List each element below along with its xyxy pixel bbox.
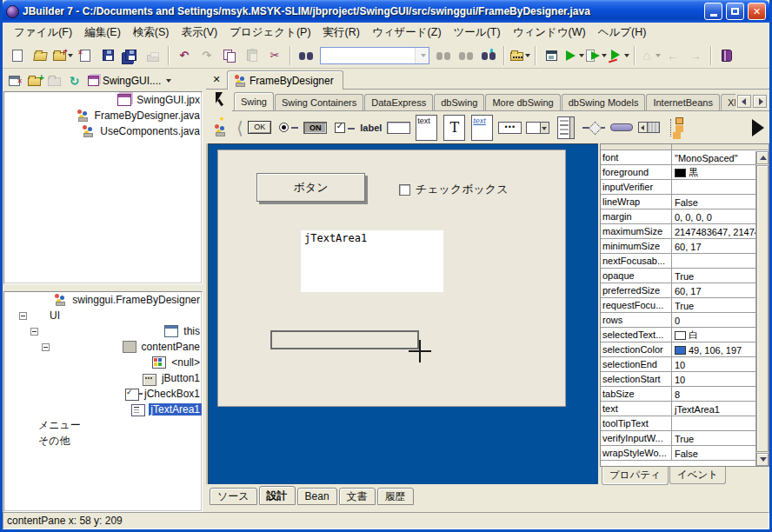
forward-button[interactable] bbox=[685, 45, 706, 66]
palette-item-jtextfield[interactable] bbox=[385, 113, 413, 143]
help-button[interactable] bbox=[716, 45, 737, 66]
close-project-button[interactable] bbox=[5, 71, 23, 90]
property-value[interactable]: 10 bbox=[672, 357, 769, 371]
property-value[interactable]: 0 bbox=[672, 313, 769, 327]
name-column-header[interactable] bbox=[601, 144, 672, 150]
maximize-button[interactable] bbox=[726, 3, 744, 20]
search-combo-input[interactable] bbox=[321, 49, 415, 63]
choose-bean-button[interactable] bbox=[213, 124, 226, 140]
property-value[interactable]: 49, 106, 197 bbox=[672, 342, 769, 356]
menu-item[interactable]: ファイル(F) bbox=[8, 23, 78, 42]
selection-tool-icon[interactable] bbox=[213, 92, 225, 106]
property-value[interactable]: True bbox=[672, 269, 769, 283]
palette-tab[interactable]: DataExpress bbox=[364, 94, 433, 110]
search-in-path-button[interactable] bbox=[478, 45, 499, 66]
palette-tab[interactable]: More dbSwing bbox=[485, 94, 560, 110]
designed-jbutton1[interactable]: ボタン bbox=[256, 173, 365, 202]
property-value[interactable]: True bbox=[672, 431, 769, 445]
property-value[interactable] bbox=[672, 416, 769, 430]
back-button[interactable] bbox=[662, 45, 683, 66]
property-value[interactable]: 8 bbox=[672, 387, 769, 401]
palette-tab[interactable]: dbSwing bbox=[434, 94, 484, 110]
tree-item[interactable]: UI bbox=[4, 308, 202, 323]
property-value[interactable]: 黒 bbox=[672, 165, 769, 179]
design-canvas[interactable]: ボタン チェックボックス jTextArea1 bbox=[206, 143, 598, 484]
expander-icon[interactable] bbox=[19, 312, 27, 320]
menu-item[interactable]: ツール(T) bbox=[448, 23, 507, 42]
scrollbar-thumb[interactable] bbox=[756, 165, 769, 452]
palette-item-jslider[interactable] bbox=[580, 113, 608, 143]
view-tab[interactable]: 設計 bbox=[259, 486, 296, 505]
tree-item[interactable]: contentPane bbox=[4, 339, 202, 355]
palette-tab[interactable]: dbSwing Models bbox=[562, 94, 646, 110]
menu-item[interactable]: ウィンドウ(W) bbox=[507, 23, 592, 42]
print-button[interactable] bbox=[143, 45, 163, 66]
inspector-tab[interactable]: プロパティ bbox=[602, 466, 669, 485]
close-button[interactable]: ✕ bbox=[748, 3, 766, 20]
palette-item-jprogressbar[interactable] bbox=[608, 113, 636, 143]
palette-item-jtextpane[interactable]: T bbox=[441, 113, 469, 143]
palette-item-jlist[interactable] bbox=[552, 113, 580, 143]
refresh-button[interactable] bbox=[65, 71, 83, 90]
run-button[interactable] bbox=[563, 45, 584, 66]
scroll-left-button[interactable] bbox=[737, 95, 751, 108]
new-file-button[interactable] bbox=[7, 45, 28, 66]
property-value[interactable]: 白 bbox=[672, 328, 769, 342]
project-selector[interactable]: SwingGUI.... bbox=[85, 74, 174, 88]
menu-item[interactable]: 検索(S) bbox=[127, 23, 176, 42]
project-properties-button[interactable] bbox=[541, 45, 562, 66]
menu-item[interactable]: 表示(V) bbox=[175, 23, 223, 42]
redo-button[interactable] bbox=[196, 45, 217, 66]
debug-button[interactable] bbox=[586, 45, 607, 66]
runtime-configurations-button[interactable] bbox=[509, 45, 530, 66]
home-button[interactable] bbox=[640, 45, 661, 66]
tree-item[interactable]: swinggui.FrameByDesigner bbox=[4, 292, 202, 308]
palette-tab[interactable]: XML bbox=[721, 94, 735, 110]
view-tab[interactable]: 文書 bbox=[339, 488, 376, 505]
tree-item[interactable]: this bbox=[4, 323, 202, 339]
remove-files-button[interactable] bbox=[45, 71, 63, 90]
search-replace-button[interactable] bbox=[456, 45, 476, 66]
copy-button[interactable] bbox=[219, 45, 240, 66]
curtain-toggle-icon[interactable] bbox=[208, 71, 225, 87]
close-file-button[interactable] bbox=[75, 45, 96, 66]
palette-item-jtextarea[interactable]: text bbox=[413, 113, 441, 143]
tree-item[interactable]: jButton1 bbox=[4, 370, 202, 386]
property-value[interactable]: False bbox=[672, 195, 769, 209]
property-scrollbar[interactable] bbox=[755, 151, 769, 466]
palette-item-jtogglebutton[interactable]: ON bbox=[302, 113, 329, 143]
designed-jtextarea1[interactable]: jTextArea1 bbox=[301, 230, 443, 292]
property-value[interactable]: 2147483647, 2147483647 bbox=[672, 224, 769, 238]
scroll-down-button[interactable] bbox=[756, 453, 769, 466]
property-value[interactable]: "MonoSpaced" bbox=[672, 150, 769, 164]
pane-splitter[interactable] bbox=[3, 284, 203, 291]
property-value[interactable] bbox=[672, 180, 769, 194]
search-button[interactable] bbox=[296, 45, 316, 66]
tree-item[interactable]: SwingGUI.jpx bbox=[4, 92, 202, 108]
inspector-tab[interactable]: イベント bbox=[669, 467, 726, 484]
view-tab[interactable]: ソース bbox=[210, 488, 257, 505]
designed-jcheckbox1[interactable]: チェックボックス bbox=[399, 182, 508, 197]
menu-item[interactable]: プロジェクト(P) bbox=[223, 23, 316, 42]
property-value[interactable]: 60, 17 bbox=[672, 283, 769, 297]
palette-item-jeditorpane[interactable]: text bbox=[469, 113, 496, 143]
tree-item[interactable]: その他 bbox=[4, 433, 202, 449]
scroll-up-button[interactable] bbox=[756, 151, 769, 164]
property-value[interactable]: 60, 17 bbox=[672, 239, 769, 253]
open-file-button[interactable] bbox=[30, 45, 50, 66]
palette-item-jradiobutton[interactable] bbox=[274, 113, 302, 143]
menu-item[interactable]: 編集(E) bbox=[78, 23, 127, 42]
paste-button[interactable] bbox=[242, 45, 263, 66]
palette-item-jbutton[interactable]: OK bbox=[246, 113, 274, 143]
menu-item[interactable]: ヘルプ(H) bbox=[592, 23, 653, 42]
palette-item-jcheckbox[interactable] bbox=[329, 113, 357, 143]
palette-item-jtree[interactable] bbox=[663, 113, 691, 143]
minimize-button[interactable] bbox=[704, 3, 722, 20]
palette-item-jscrollbar[interactable] bbox=[636, 113, 663, 143]
palette-tab[interactable]: Swing bbox=[234, 92, 274, 110]
tree-item[interactable]: jTextArea1 bbox=[4, 402, 202, 417]
view-tab[interactable]: Bean bbox=[297, 488, 337, 505]
property-value[interactable]: 10 bbox=[672, 372, 769, 386]
tree-item[interactable]: jCheckBox1 bbox=[4, 386, 202, 402]
editor-tab-framebydesigner[interactable]: FrameByDesigner bbox=[227, 70, 343, 90]
